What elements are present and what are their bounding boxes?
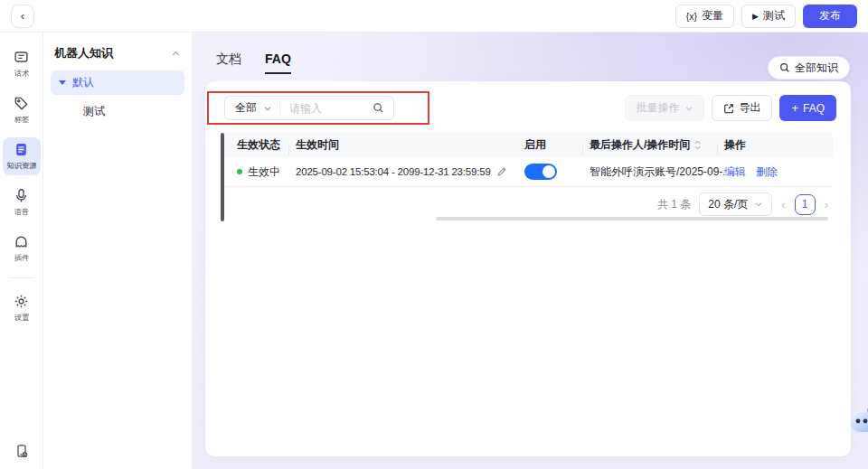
plugin-icon xyxy=(14,234,29,249)
back-button[interactable]: ‹ xyxy=(11,5,34,28)
chat-script-icon xyxy=(14,50,29,65)
enable-toggle[interactable] xyxy=(524,164,557,180)
pagination: 共 1 条 20 条/页 ‹ 1 › xyxy=(657,192,829,216)
header-enable: 启用 xyxy=(524,137,590,153)
time-range-text: 2025-09-02 15:53:04 - 2099-12-31 23:59:5… xyxy=(296,166,491,177)
sidebar-item-label: 测试 xyxy=(83,104,105,119)
vertical-scrollbar[interactable] xyxy=(221,133,224,221)
rail-label: 标签 xyxy=(14,115,29,126)
chevron-up-icon xyxy=(171,49,181,59)
plus-icon: + xyxy=(791,102,798,114)
prev-page-button[interactable]: ‹ xyxy=(780,198,786,211)
knowledge-doc-icon xyxy=(14,142,29,157)
table-row: 生效中 2025-09-02 15:53:04 - 2099-12-31 23:… xyxy=(223,157,833,187)
tab-faq[interactable]: FAQ xyxy=(265,52,291,74)
rail-item-knowledge[interactable]: 知识资源 xyxy=(3,137,41,175)
rail-label: 语音 xyxy=(14,207,29,218)
horizontal-scrollbar[interactable] xyxy=(436,217,828,220)
robot-face-icon xyxy=(849,407,868,434)
topbar: ‹ {x} 变量 ▶ 测试 发布 xyxy=(0,0,868,33)
export-button[interactable]: 导出 xyxy=(712,95,772,121)
header-time: 生效时间 xyxy=(296,137,524,153)
main-area: 文档 FAQ 全部知识 全部 xyxy=(193,33,868,469)
tag-icon xyxy=(14,96,29,111)
rail-item-tags[interactable]: 标签 xyxy=(3,91,41,129)
next-page-button[interactable]: › xyxy=(824,198,829,211)
variables-label: 变量 xyxy=(702,8,723,23)
status-dot-icon xyxy=(237,169,242,174)
faq-table: 生效状态 生效时间 启用 最后操作人/操作时间 操作 生效中 202 xyxy=(223,133,833,187)
publish-button[interactable]: 发布 xyxy=(803,5,857,28)
batch-operation-button[interactable]: 批量操作 xyxy=(625,95,704,121)
search-scope-value: 全部 xyxy=(235,100,257,116)
chevron-down-icon xyxy=(263,104,272,113)
search-scope-dropdown[interactable]: 全部 xyxy=(225,100,279,116)
chevron-down-icon xyxy=(684,104,693,113)
expand-triangle-icon xyxy=(59,80,66,85)
rail-divider xyxy=(10,277,33,278)
topbar-actions: {x} 变量 ▶ 测试 发布 xyxy=(675,5,857,28)
header-status: 生效状态 xyxy=(223,137,296,153)
table-toolbar: 批量操作 导出 + FAQ xyxy=(625,95,836,121)
faq-search-group: 全部 xyxy=(224,96,394,120)
tab-documents[interactable]: 文档 xyxy=(216,52,241,74)
add-faq-button[interactable]: + FAQ xyxy=(779,95,836,121)
actions-cell: 编辑 删除 xyxy=(724,164,833,180)
knowledge-sidebar: 机器人知识 默认 测试 xyxy=(43,33,193,469)
back-chevron-icon: ‹ xyxy=(21,9,24,23)
app-shell: 话术 标签 知识资源 语音 插件 设置 机器人知识 xyxy=(0,33,868,469)
edit-link[interactable]: 编辑 xyxy=(724,164,746,180)
all-knowledge-label: 全部知识 xyxy=(795,61,838,76)
page-size-select[interactable]: 20 条/页 xyxy=(699,192,772,216)
rail-label: 设置 xyxy=(14,313,29,324)
export-icon xyxy=(723,103,734,114)
rail-label: 插件 xyxy=(14,253,29,264)
test-label: 测试 xyxy=(763,8,785,23)
delete-link[interactable]: 删除 xyxy=(756,164,778,180)
faq-card: 全部 批量操作 导出 + xyxy=(205,81,851,456)
page-size-value: 20 条/页 xyxy=(708,197,748,212)
search-icon xyxy=(779,62,790,73)
content-tabs: 文档 FAQ xyxy=(193,33,868,74)
play-icon: ▶ xyxy=(752,12,759,21)
all-knowledge-button[interactable]: 全部知识 xyxy=(768,56,850,80)
test-button[interactable]: ▶ 测试 xyxy=(741,5,796,28)
sidebar-item-test[interactable]: 测试 xyxy=(51,99,184,123)
total-count-text: 共 1 条 xyxy=(657,197,691,212)
current-page-button[interactable]: 1 xyxy=(795,194,816,215)
icon-rail: 话术 标签 知识资源 语音 插件 设置 xyxy=(0,33,43,469)
status-cell: 生效中 xyxy=(223,164,296,180)
device-icon xyxy=(14,444,29,458)
sidebar-title: 机器人知识 xyxy=(54,45,113,61)
faq-search-input[interactable] xyxy=(280,102,373,115)
device-manager-button[interactable] xyxy=(14,444,29,458)
microphone-icon xyxy=(14,188,29,203)
rail-item-plugins[interactable]: 插件 xyxy=(3,230,41,267)
add-faq-label: FAQ xyxy=(803,102,825,115)
sort-icon[interactable] xyxy=(693,140,702,150)
rail-item-voice[interactable]: 语音 xyxy=(3,183,41,221)
export-label: 导出 xyxy=(739,100,760,116)
sidebar-item-default[interactable]: 默认 xyxy=(51,70,184,95)
status-badge: 生效中 xyxy=(248,164,280,180)
sidebar-item-label: 默认 xyxy=(72,75,94,90)
rail-label: 话术 xyxy=(14,69,29,80)
variable-braces-icon: {x} xyxy=(686,11,697,22)
batch-operation-label: 批量操作 xyxy=(636,100,679,116)
rail-item-scripts[interactable]: 话术 xyxy=(3,45,41,83)
table-header-row: 生效状态 生效时间 启用 最后操作人/操作时间 操作 xyxy=(223,133,833,157)
edit-pencil-icon[interactable] xyxy=(496,166,507,177)
header-operator-label: 最后操作人/操作时间 xyxy=(590,137,690,153)
search-icon[interactable] xyxy=(373,102,384,114)
operator-cell: 智能外呼演示账号/2025-09-... xyxy=(590,164,724,180)
chevron-down-icon xyxy=(754,200,763,209)
header-actions: 操作 xyxy=(724,137,833,153)
sidebar-header[interactable]: 机器人知识 xyxy=(51,45,184,70)
rail-item-settings[interactable]: 设置 xyxy=(3,289,41,327)
highlight-box: 全部 xyxy=(207,91,429,125)
time-range-cell: 2025-09-02 15:53:04 - 2099-12-31 23:59:5… xyxy=(296,166,524,177)
enable-cell xyxy=(524,164,590,180)
variables-button[interactable]: {x} 变量 xyxy=(675,5,734,28)
assistant-mascot-button[interactable] xyxy=(849,407,868,434)
header-operator: 最后操作人/操作时间 xyxy=(590,137,724,153)
